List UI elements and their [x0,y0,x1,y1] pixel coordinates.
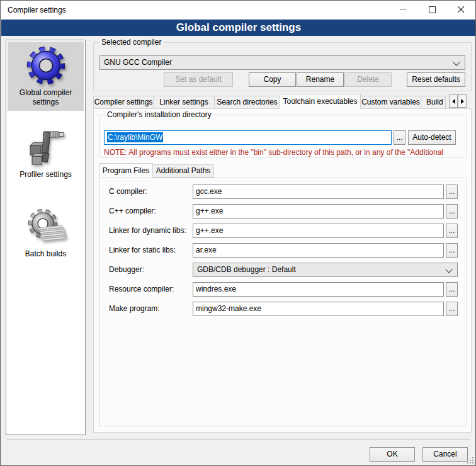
linker-dynamic-browse-button[interactable]: ... [446,224,458,238]
cpp-compiler-input[interactable]: g++.exe [193,204,444,219]
minimize-button[interactable] [388,1,417,19]
compiler-select-value: GNU GCC Compiler [104,58,172,67]
c-compiler-label: C compiler: [109,185,147,199]
tab-toolchain-executables[interactable]: Toolchain executables [280,94,361,109]
c-compiler-browse-button[interactable]: ... [446,185,458,199]
resource-compiler-browse-button[interactable]: ... [446,282,458,297]
cpp-compiler-label: C++ compiler: [109,204,156,219]
ok-button[interactable]: OK [370,447,415,462]
caliper-icon [26,127,66,168]
installation-directory-legend: Compiler's installation directory [105,110,214,119]
set-as-default-button[interactable]: Set as default [164,72,233,87]
debugger-select[interactable]: GDB/CDB debugger : Default [193,263,458,277]
tab-scrollers [449,94,467,108]
debugger-select-value: GDB/CDB debugger : Default [197,265,296,274]
chevron-down-icon [445,266,452,273]
resource-compiler-label: Resource compiler: [109,282,174,297]
tab-program-files[interactable]: Program Files [99,163,153,178]
batch-builds-icon [26,207,66,247]
linker-static-browse-button[interactable]: ... [446,243,458,258]
cancel-button[interactable]: Cancel [422,447,468,462]
selected-compiler-legend: Selected compiler [99,38,164,47]
blue-gear-icon [26,45,66,86]
make-program-input[interactable]: mingw32-make.exe [193,302,444,316]
tab-build-options[interactable]: Build options [421,96,446,109]
linker-static-label: Linker for static libs: [109,243,176,258]
sidebar-item-label: Profiler settings [8,170,84,183]
page-title: Global compiler settings [1,20,476,36]
window-title: Compiler settings [8,6,66,14]
debugger-label: Debugger: [109,263,144,277]
copy-button[interactable]: Copy [249,72,296,87]
cpp-compiler-browse-button[interactable]: ... [446,204,458,219]
tab-search-directories[interactable]: Search directories [214,96,280,109]
tab-linker-settings[interactable]: Linker settings [153,96,215,109]
reset-defaults-button[interactable]: Reset defaults [407,72,465,87]
close-icon [458,6,465,13]
sidebar-item-label: Batch builds [8,249,84,263]
scroll-right-icon [461,99,464,104]
sidebar-item-label: Global compiler settings [8,88,84,111]
footer-divider [7,440,470,440]
sidebar-item-profiler-settings[interactable]: Profiler settings [8,123,84,183]
installation-directory-input[interactable]: C:\raylib\MinGW [104,130,392,145]
scroll-left-icon [452,99,455,104]
delete-button[interactable]: Delete [344,72,392,87]
sidebar-item-batch-builds[interactable]: Batch builds [8,203,84,263]
bin-subdirectory-note: NOTE: All programs must exist either in … [104,148,467,157]
tab-custom-variables[interactable]: Custom variables [360,96,421,109]
scroll-tabs-right-button[interactable] [458,94,467,108]
resource-compiler-input[interactable]: windres.exe [193,282,444,297]
chevron-down-icon [453,59,460,65]
make-program-browse-button[interactable]: ... [446,302,458,316]
compiler-select[interactable]: GNU GCC Compiler [99,55,465,70]
titlebar: Compiler settings [1,1,475,20]
program-files-page: C compiler: gcc.exe ... C++ compiler: g+… [99,178,467,426]
c-compiler-input[interactable]: gcc.exe [193,185,444,199]
sidebar-item-global-compiler-settings[interactable]: Global compiler settings [8,42,84,111]
sidebar: Global compiler settings Profiler s [6,40,86,435]
browse-directory-button[interactable]: ... [394,130,405,145]
maximize-button[interactable] [417,1,446,19]
tab-additional-paths[interactable]: Additional Paths [152,164,214,178]
rename-button[interactable]: Rename [297,72,344,87]
scroll-tabs-left-button[interactable] [449,94,458,108]
close-button[interactable] [446,1,475,19]
installation-directory-value: C:\raylib\MinGW [107,132,163,142]
maximize-icon [429,6,436,13]
linker-dynamic-input[interactable]: g++.exe [193,224,444,238]
linker-static-input[interactable]: ar.exe [193,243,444,258]
minimize-icon [400,6,407,13]
auto-detect-button[interactable]: Auto-detect [408,130,456,145]
compiler-settings-dialog: Compiler settings Global compiler settin… [0,0,476,466]
program-files-tabstrip: Program Files Additional Paths [99,163,467,178]
toolchain-executables-page: Compiler's installation directory C:\ray… [93,108,472,433]
linker-dynamic-label: Linker for dynamic libs: [109,224,186,238]
make-program-label: Make program: [109,302,160,316]
tab-compiler-settings[interactable]: Compiler settings [93,96,154,109]
window-controls [388,1,475,19]
settings-tabstrip: Compiler settings Linker settings Search… [93,94,472,109]
resize-grip[interactable] [467,457,473,463]
